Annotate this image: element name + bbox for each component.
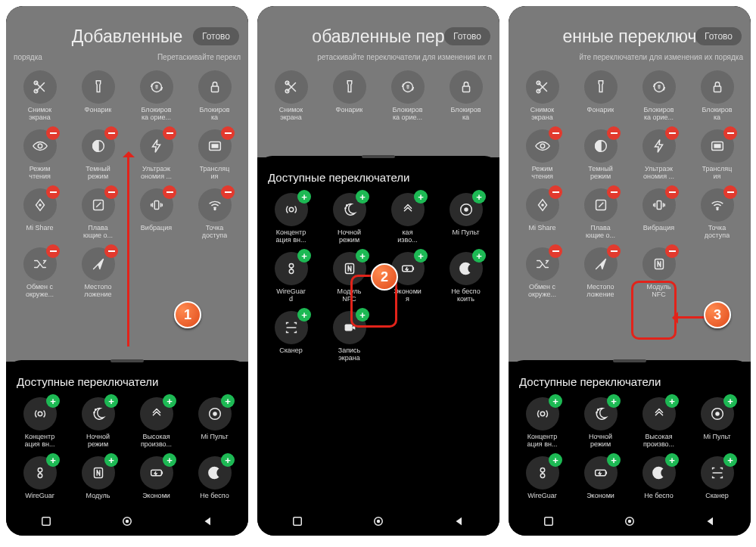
remove-badge-icon[interactable]: [607, 185, 621, 199]
add-badge-icon[interactable]: [297, 249, 311, 263]
add-badge-icon[interactable]: [472, 190, 486, 204]
add-badge-icon[interactable]: [297, 308, 311, 322]
add-badge-icon[interactable]: [356, 190, 369, 204]
nav-back-icon[interactable]: [704, 514, 717, 528]
tile-scissors[interactable]: Снимок экрана: [515, 70, 570, 123]
remove-badge-icon[interactable]: [665, 244, 679, 258]
tile-remote[interactable]: Mi Пульт: [438, 193, 493, 246]
nav-back-icon[interactable]: [453, 514, 466, 528]
remove-badge-icon[interactable]: [723, 126, 737, 140]
add-badge-icon[interactable]: [414, 190, 428, 204]
tile-lockorient[interactable]: Блокиров ка орие...: [631, 70, 686, 123]
add-badge-icon[interactable]: [163, 453, 176, 467]
add-badge-icon[interactable]: [297, 190, 311, 204]
tile-concentration[interactable]: Концентр ация вн...: [12, 397, 67, 450]
nav-back-icon[interactable]: [201, 514, 215, 528]
tile-lock[interactable]: Блокиров ка: [187, 70, 242, 123]
remove-badge-icon[interactable]: [104, 185, 118, 199]
remove-badge-icon[interactable]: [104, 244, 118, 258]
add-badge-icon[interactable]: [549, 453, 562, 467]
done-button[interactable]: Готово: [695, 27, 742, 45]
tile-nfc[interactable]: Модуль: [70, 456, 126, 509]
remove-badge-icon[interactable]: [221, 126, 235, 140]
remove-badge-icon[interactable]: [221, 185, 235, 199]
tile-wireguard[interactable]: WireGuar: [515, 456, 570, 509]
tile-darkmode[interactable]: Темный режим: [70, 129, 126, 182]
add-badge-icon[interactable]: [607, 394, 621, 408]
add-badge-icon[interactable]: [163, 394, 176, 408]
tile-lock[interactable]: Блокиров ка: [689, 70, 745, 123]
nav-home-icon[interactable]: [623, 514, 636, 528]
tile-battery[interactable]: Экономи: [573, 456, 628, 509]
add-badge-icon[interactable]: [723, 394, 737, 408]
remove-badge-icon[interactable]: [46, 185, 60, 199]
remove-badge-icon[interactable]: [607, 126, 621, 140]
remove-badge-icon[interactable]: [665, 126, 679, 140]
remove-badge-icon[interactable]: [723, 185, 737, 199]
tile-shuffle[interactable]: Обмен с окруже...: [12, 247, 67, 300]
nav-recent-icon[interactable]: [542, 514, 555, 528]
add-badge-icon[interactable]: [607, 453, 621, 467]
remove-badge-icon[interactable]: [46, 126, 60, 140]
tile-float[interactable]: Плава ющие о...: [70, 188, 126, 241]
done-button[interactable]: Готово: [193, 27, 239, 45]
tile-concentration[interactable]: Концентр ация вн...: [263, 193, 319, 246]
tile-remote[interactable]: Mi Пульт: [689, 397, 745, 450]
tile-float[interactable]: Плава ющие о...: [573, 188, 628, 241]
tile-eye[interactable]: Режим чтения: [515, 129, 570, 182]
tile-lockorient[interactable]: Блокиров ка орие...: [380, 70, 435, 123]
tile-highperf[interactable]: Высокая произво...: [631, 397, 686, 450]
remove-badge-icon[interactable]: [549, 126, 562, 140]
remove-badge-icon[interactable]: [607, 244, 621, 258]
tile-mishare[interactable]: Mi Share: [515, 188, 570, 241]
done-button[interactable]: Готово: [444, 27, 490, 45]
tile-vibration[interactable]: Вибрация: [129, 188, 184, 241]
tile-nightmode[interactable]: Ночной режим: [573, 397, 628, 450]
nav-recent-icon[interactable]: [39, 514, 53, 528]
tile-dnd[interactable]: Не беспо: [631, 456, 686, 509]
tile-lockorient[interactable]: Блокиров ка орие...: [129, 70, 184, 123]
tile-concentration[interactable]: Концентр ация вн...: [515, 397, 570, 450]
tile-bolt[interactable]: Ультраэк ономия ...: [631, 129, 686, 182]
nav-recent-icon[interactable]: [291, 514, 304, 528]
add-badge-icon[interactable]: [221, 394, 235, 408]
tile-highperf[interactable]: кая изво...: [380, 193, 435, 246]
grabber-icon[interactable]: [613, 359, 646, 362]
tile-wifi[interactable]: Точка доступа: [689, 188, 745, 241]
grabber-icon[interactable]: [110, 359, 144, 362]
remove-badge-icon[interactable]: [163, 185, 176, 199]
nav-home-icon[interactable]: [120, 514, 134, 528]
remove-badge-icon[interactable]: [549, 244, 562, 258]
tile-location[interactable]: Местопо ложение: [70, 247, 126, 300]
tile-shuffle[interactable]: Обмен с окруже...: [515, 247, 570, 300]
tile-mishare[interactable]: Mi Share: [12, 188, 67, 241]
tile-nightmode[interactable]: Ночной режим: [70, 397, 126, 450]
tile-remote[interactable]: Mi Пульт: [187, 397, 242, 450]
tile-wireguard[interactable]: WireGuar: [12, 456, 67, 509]
tile-lock[interactable]: Блокиров ка: [438, 70, 493, 123]
add-badge-icon[interactable]: [665, 453, 679, 467]
add-badge-icon[interactable]: [723, 453, 737, 467]
add-badge-icon[interactable]: [104, 453, 118, 467]
tile-cast[interactable]: Трансляц ия: [187, 129, 242, 182]
tile-nightmode[interactable]: Ночной режим: [322, 193, 377, 246]
tile-flashlight[interactable]: Фонарик: [322, 70, 377, 123]
tile-scanner[interactable]: Сканер: [263, 311, 319, 364]
tile-scissors[interactable]: Снимок экрана: [12, 70, 67, 123]
tile-location[interactable]: Местопо ложение: [573, 247, 628, 300]
tile-scissors[interactable]: Снимок экрана: [263, 70, 319, 123]
add-badge-icon[interactable]: [104, 394, 118, 408]
tile-wireguard[interactable]: WireGuar d: [263, 252, 319, 305]
tile-flashlight[interactable]: Фонарик: [70, 70, 126, 123]
remove-badge-icon[interactable]: [549, 185, 562, 199]
tile-flashlight[interactable]: Фонарик: [573, 70, 628, 123]
nav-home-icon[interactable]: [372, 514, 385, 528]
tile-vibration[interactable]: Вибрация: [631, 188, 686, 241]
tile-cast[interactable]: Трансляц ия: [689, 129, 745, 182]
remove-badge-icon[interactable]: [163, 126, 176, 140]
add-badge-icon[interactable]: [46, 453, 60, 467]
tile-wifi[interactable]: Точка доступа: [187, 188, 242, 241]
add-badge-icon[interactable]: [221, 453, 235, 467]
tile-battery[interactable]: Экономи: [129, 456, 184, 509]
tile-eye[interactable]: Режим чтения: [12, 129, 67, 182]
